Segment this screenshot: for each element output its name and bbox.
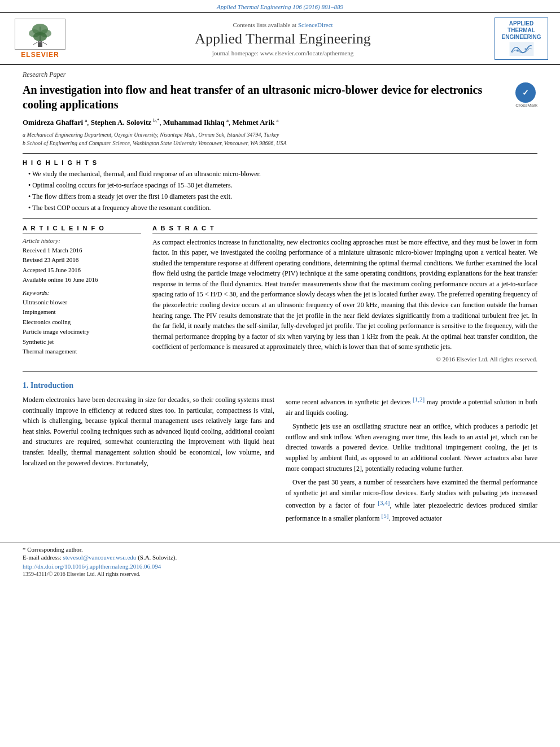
divider-highlights bbox=[23, 153, 537, 154]
article-info-col: A R T I C L E I N F O Article history: R… bbox=[23, 225, 141, 363]
revised: Revised 23 April 2016 bbox=[23, 255, 141, 265]
article-type: Research Paper bbox=[23, 71, 537, 79]
available-online: Available online 16 June 2016 bbox=[23, 275, 141, 285]
contents-line: Contents lists available at ScienceDirec… bbox=[77, 21, 489, 28]
elsevier-logo-box bbox=[15, 19, 65, 50]
highlight-item: The flow differs from a steady jet over … bbox=[28, 192, 537, 202]
svg-point-9 bbox=[516, 50, 518, 52]
abstract-header: A B S T R A C T bbox=[152, 225, 537, 234]
highlights-section: H I G H L I G H T S We study the mechani… bbox=[23, 159, 537, 212]
title-area: ✓ CrossMark An investigation into flow a… bbox=[23, 82, 537, 112]
svg-point-10 bbox=[524, 48, 527, 50]
elsevier-logo: ELSEVIER bbox=[9, 19, 71, 59]
email-link[interactable]: stevesol@vancouver.wsu.edu bbox=[63, 554, 136, 561]
keyword-4: Particle image velocimetry bbox=[23, 327, 141, 337]
accepted: Accepted 15 June 2016 bbox=[23, 265, 141, 275]
author-3: Muhammad Ikhlaq bbox=[163, 118, 225, 126]
received: Received 1 March 2016 bbox=[23, 246, 141, 255]
journal-right-logo: APPLIED THERMAL ENGINEERING bbox=[495, 18, 548, 60]
keywords-label: Keywords: bbox=[23, 289, 141, 296]
journal-header-center: Contents lists available at ScienceDirec… bbox=[77, 21, 489, 56]
highlight-item: Optimal cooling occurs for jet-to-surfac… bbox=[28, 181, 537, 190]
highlight-item: The best COP occurs at a frequency above… bbox=[28, 203, 537, 213]
keyword-5: Synthetic jet bbox=[23, 337, 141, 347]
journal-logo-graphic bbox=[505, 42, 539, 56]
article-info-header: A R T I C L E I N F O bbox=[23, 225, 141, 234]
keyword-6: Thermal management bbox=[23, 347, 141, 356]
section-title: 1. Introduction bbox=[23, 381, 537, 390]
journal-header: ELSEVIER Contents lists available at Sci… bbox=[0, 12, 560, 65]
footnote-star: * Corresponding author. bbox=[23, 546, 537, 553]
footnote-email: E-mail address: stevesol@vancouver.wsu.e… bbox=[23, 554, 537, 561]
footer-copyright: 1359-4311/© 2016 Elsevier Ltd. All right… bbox=[23, 571, 537, 577]
history-label: Article history: bbox=[23, 237, 141, 244]
journal-topbar-text: Applied Thermal Engineering 106 (2016) 8… bbox=[217, 3, 343, 10]
intro-para-2: some recent advances in synthetic jet de… bbox=[286, 395, 537, 418]
doi-line[interactable]: http://dx.doi.org/10.1016/j.applthermale… bbox=[23, 563, 537, 570]
intro-para-4: Over the past 30 years, a number of rese… bbox=[286, 477, 537, 523]
highlights-list: We study the mechanical, thermal, and fl… bbox=[28, 169, 537, 212]
intro-body-cols: Modern electronics have been decreasing … bbox=[23, 395, 537, 527]
author-4: Mehmet Arik bbox=[233, 118, 275, 126]
crossmark-area: ✓ CrossMark bbox=[515, 82, 537, 108]
author-2: Stephen A. Solovitz bbox=[91, 118, 151, 126]
svg-point-5 bbox=[33, 32, 47, 41]
abstract-copyright: © 2016 Elsevier Ltd. All rights reserved… bbox=[152, 356, 537, 362]
affiliations: a Mechanical Engineering Department, Ozy… bbox=[23, 130, 537, 147]
keyword-3: Electronics cooling bbox=[23, 317, 141, 327]
highlights-header: H I G H L I G H T S bbox=[23, 159, 537, 166]
author-1: Omidreza Ghaffari bbox=[23, 118, 83, 126]
page-footer: * Corresponding author. E-mail address: … bbox=[0, 542, 560, 577]
sciencedirect-link[interactable]: ScienceDirect bbox=[298, 21, 333, 28]
ref-5[interactable]: [5] bbox=[382, 512, 389, 519]
crossmark-label: CrossMark bbox=[515, 103, 537, 108]
abstract-col: A B S T R A C T As compact electronics i… bbox=[152, 225, 537, 363]
crossmark-icon: ✓ bbox=[515, 82, 536, 103]
page: Applied Thermal Engineering 106 (2016) 8… bbox=[0, 0, 560, 747]
keyword-2: Impingement bbox=[23, 307, 141, 317]
svg-rect-0 bbox=[38, 42, 42, 47]
keyword-1: Ultrasonic blower bbox=[23, 298, 141, 307]
affiliation-a: a Mechanical Engineering Department, Ozy… bbox=[23, 130, 537, 139]
right-logo-line1: APPLIED THERMAL ENGINEERING bbox=[501, 20, 541, 41]
article-title: An investigation into flow and heat tran… bbox=[23, 82, 537, 112]
affiliation-b: b School of Engineering and Computer Sci… bbox=[23, 139, 537, 147]
intro-para-1: Modern electronics have been decreasing … bbox=[23, 395, 274, 468]
authors-line: Omidreza Ghaffari a, Stephen A. Solovitz… bbox=[23, 117, 537, 127]
journal-header-right: APPLIED THERMAL ENGINEERING bbox=[495, 18, 551, 60]
ref-3-4[interactable]: [3,4] bbox=[378, 499, 390, 506]
divider-intro bbox=[23, 372, 537, 372]
abstract-text: As compact electronics increase in funct… bbox=[152, 237, 537, 353]
elsevier-tree-icon bbox=[18, 21, 63, 48]
intro-para-3: Synthetic jets use an oscillating struct… bbox=[286, 421, 537, 474]
intro-col-left: Modern electronics have been decreasing … bbox=[23, 395, 274, 527]
ref-1-2[interactable]: [1,2] bbox=[413, 396, 425, 403]
journal-title: Applied Thermal Engineering bbox=[77, 30, 489, 47]
elsevier-logo-area: ELSEVIER bbox=[9, 19, 71, 59]
journal-url: journal homepage: www.elsevier.com/locat… bbox=[77, 50, 489, 56]
elsevier-label: ELSEVIER bbox=[21, 51, 59, 59]
intro-col-right: some recent advances in synthetic jet de… bbox=[286, 395, 537, 527]
journal-topbar: Applied Thermal Engineering 106 (2016) 8… bbox=[0, 0, 560, 12]
highlight-item: We study the mechanical, thermal, and fl… bbox=[28, 169, 537, 179]
divider-abstract bbox=[23, 219, 537, 219]
content-area: Research Paper ✓ CrossMark An investigat… bbox=[0, 65, 560, 533]
introduction-section: 1. Introduction Modern electronics have … bbox=[23, 381, 537, 527]
info-abstract-cols: A R T I C L E I N F O Article history: R… bbox=[23, 225, 537, 363]
